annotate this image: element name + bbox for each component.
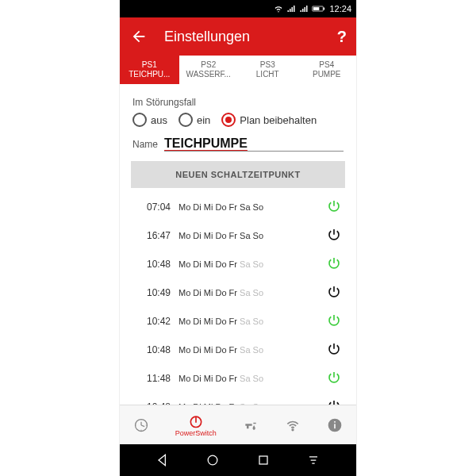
tab-bar: PS1TEICHPU...PS2WASSERF...PS3LICHTPS4PUM… xyxy=(120,56,356,84)
nav-powerswitch-label: PowerSwitch xyxy=(175,429,217,437)
signal-icon xyxy=(286,4,296,13)
schedule-time: 10:49 xyxy=(131,287,178,298)
schedule-time: 11:48 xyxy=(131,373,178,384)
schedule-days: Mo Di Mi Do Fr Sa So xyxy=(178,259,323,269)
schedule-row[interactable]: 10:48Mo Di Mi Do Fr Sa So xyxy=(131,336,345,364)
schedule-row[interactable]: 07:04Mo Di Mi Do Fr Sa So xyxy=(131,193,345,221)
tab-ps1[interactable]: PS1TEICHPU... xyxy=(120,56,179,84)
schedule-row[interactable]: 10:48Mo Di Mi Do Fr Sa So xyxy=(131,393,345,405)
nav-clock[interactable] xyxy=(133,417,149,433)
svg-rect-8 xyxy=(335,421,336,423)
battery-icon xyxy=(312,5,326,13)
nav-powerswitch[interactable]: PowerSwitch xyxy=(175,413,217,437)
schedule-days: Mo Di Mi Do Fr Sa So xyxy=(178,317,323,326)
power-toggle-icon[interactable] xyxy=(323,198,345,216)
page-title: Einstellungen xyxy=(164,29,337,45)
signal-icon-2 xyxy=(299,4,309,13)
tab-ps4[interactable]: PS4PUMPE xyxy=(298,56,357,84)
app-bar: Einstellungen ? xyxy=(120,17,356,56)
android-statusbar: 12:24 xyxy=(120,0,356,17)
power-toggle-icon[interactable] xyxy=(323,313,345,330)
back-button[interactable] xyxy=(129,27,148,46)
power-toggle-icon[interactable] xyxy=(323,341,345,359)
sys-recent[interactable] xyxy=(255,452,271,468)
schedule-time: 07:04 xyxy=(131,202,178,213)
schedule-row[interactable]: 10:48Mo Di Mi Do Fr Sa So xyxy=(131,250,345,278)
sys-menu[interactable] xyxy=(305,452,321,468)
schedule-days: Mo Di Mi Do Fr Sa So xyxy=(178,345,323,355)
schedule-days: Mo Di Mi Do Fr Sa So xyxy=(178,374,323,383)
fault-label: Im Störungsfall xyxy=(132,97,345,108)
schedule-time: 10:42 xyxy=(131,316,178,327)
power-toggle-icon[interactable] xyxy=(323,398,345,405)
power-toggle-icon[interactable] xyxy=(323,284,345,301)
fault-option-1[interactable]: ein xyxy=(178,113,210,127)
nav-faucet[interactable] xyxy=(243,417,259,433)
settings-content: Im Störungsfall auseinPlan beibehalten N… xyxy=(120,84,356,405)
sys-home[interactable] xyxy=(205,452,221,468)
power-toggle-icon[interactable] xyxy=(323,370,345,387)
fault-option-2[interactable]: Plan beibehalten xyxy=(221,113,317,127)
sys-back[interactable] xyxy=(155,452,171,468)
new-schedule-button[interactable]: NEUEN SCHALTZEITPUNKT xyxy=(131,161,345,188)
name-label: Name xyxy=(132,139,158,150)
schedule-days: Mo Di Mi Do Fr Sa So xyxy=(178,202,323,212)
schedule-days: Mo Di Mi Do Fr Sa So xyxy=(178,288,323,298)
svg-rect-2 xyxy=(324,8,325,10)
wifi-icon xyxy=(274,4,283,13)
fault-option-0[interactable]: aus xyxy=(132,113,167,127)
nav-info[interactable] xyxy=(327,417,343,433)
power-toggle-icon[interactable] xyxy=(323,255,345,273)
fault-radio-group: auseinPlan beibehalten xyxy=(132,113,345,127)
svg-point-5 xyxy=(292,429,294,431)
power-toggle-icon[interactable] xyxy=(323,227,345,244)
schedule-row[interactable]: 10:49Mo Di Mi Do Fr Sa So xyxy=(131,278,345,307)
schedule-list: 07:04Mo Di Mi Do Fr Sa So 16:47Mo Di Mi … xyxy=(131,193,345,405)
statusbar-time: 12:24 xyxy=(329,4,351,13)
tab-ps2[interactable]: PS2WASSERF... xyxy=(179,56,239,84)
bottom-nav: PowerSwitch xyxy=(120,405,356,444)
schedule-days: Mo Di Mi Do Fr Sa So xyxy=(178,231,323,240)
schedule-time: 10:48 xyxy=(131,259,178,270)
schedule-row[interactable]: 16:47Mo Di Mi Do Fr Sa So xyxy=(131,221,345,250)
nav-wifi[interactable] xyxy=(285,417,301,433)
schedule-time: 16:47 xyxy=(131,230,178,241)
schedule-row[interactable]: 11:48Mo Di Mi Do Fr Sa So xyxy=(131,364,345,393)
svg-rect-7 xyxy=(335,424,336,428)
svg-rect-10 xyxy=(259,456,267,464)
tab-ps3[interactable]: PS3LICHT xyxy=(238,56,298,84)
svg-rect-1 xyxy=(313,7,320,10)
schedule-row[interactable]: 10:42Mo Di Mi Do Fr Sa So xyxy=(131,307,345,336)
help-button[interactable]: ? xyxy=(337,28,347,46)
svg-point-9 xyxy=(208,455,217,465)
android-navbar xyxy=(120,444,356,476)
name-input[interactable]: TEICHPUMPE xyxy=(164,136,344,152)
schedule-time: 10:48 xyxy=(131,344,178,355)
